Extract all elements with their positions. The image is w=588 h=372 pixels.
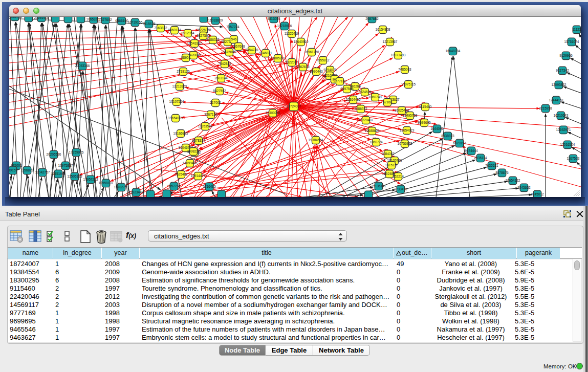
svg-text:12444151: 12444151 — [549, 98, 564, 102]
svg-text:15136141: 15136141 — [372, 184, 386, 188]
svg-text:7625402: 7625402 — [175, 172, 188, 176]
svg-text:10973493: 10973493 — [391, 53, 406, 57]
svg-text:317006: 317006 — [210, 101, 221, 104]
svg-text:8912954: 8912954 — [181, 31, 194, 35]
svg-text:18495758: 18495758 — [403, 114, 418, 117]
svg-text:1615112: 1615112 — [385, 163, 398, 167]
svg-text:546: 546 — [231, 37, 237, 41]
svg-text:2935114: 2935114 — [474, 156, 487, 160]
svg-text:8990443: 8990443 — [310, 70, 323, 73]
svg-text:15885270: 15885270 — [271, 56, 286, 60]
svg-text:16154808: 16154808 — [376, 28, 390, 31]
svg-text:16782759: 16782759 — [114, 185, 129, 189]
svg-text:17975115: 17975115 — [401, 82, 416, 86]
svg-text:12093832: 12093832 — [552, 83, 567, 86]
svg-text:15226058: 15226058 — [197, 28, 211, 32]
svg-text:7342848: 7342848 — [218, 62, 231, 65]
svg-text:17957223: 17957223 — [83, 178, 98, 181]
svg-text:3624534: 3624534 — [358, 90, 372, 94]
svg-text:9794078: 9794078 — [323, 68, 337, 72]
svg-text:1860724: 1860724 — [369, 140, 383, 144]
svg-text:7357224: 7357224 — [226, 25, 239, 29]
svg-text:9115460: 9115460 — [419, 105, 432, 108]
svg-text:19384554: 19384554 — [309, 138, 323, 142]
svg-text:1167533: 1167533 — [567, 157, 580, 160]
svg-text:12213967: 12213967 — [383, 40, 398, 43]
svg-text:3215958: 3215958 — [539, 106, 552, 110]
svg-text:1527602: 1527602 — [99, 18, 112, 21]
svg-text:9857791: 9857791 — [167, 184, 181, 188]
svg-text:8938923: 8938923 — [441, 134, 454, 138]
svg-text:20053346: 20053346 — [75, 64, 90, 68]
svg-text:39159: 39159 — [9, 168, 17, 172]
svg-text:19218506: 19218506 — [277, 24, 292, 28]
svg-text:252214: 252214 — [393, 174, 404, 178]
svg-text:8186323: 8186323 — [206, 38, 220, 41]
svg-text:98901: 98901 — [181, 56, 190, 59]
svg-text:15751074: 15751074 — [564, 40, 579, 43]
svg-text:5322037: 5322037 — [285, 60, 298, 64]
svg-text:10719155: 10719155 — [128, 20, 143, 24]
svg-text:8878334: 8878334 — [192, 139, 205, 142]
svg-text:17359926: 17359926 — [69, 150, 84, 154]
svg-text:12505135: 12505135 — [68, 174, 82, 178]
svg-text:10107554: 10107554 — [169, 100, 184, 103]
svg-text:9129966: 9129966 — [559, 54, 573, 57]
svg-text:10025488: 10025488 — [395, 108, 409, 112]
svg-text:9699695: 9699695 — [418, 121, 431, 124]
svg-text:16543382: 16543382 — [187, 41, 202, 45]
svg-text:3675685: 3675685 — [223, 50, 236, 54]
svg-text:11325419: 11325419 — [285, 32, 299, 35]
svg-text:3267130: 3267130 — [204, 113, 217, 116]
svg-text:18640910: 18640910 — [294, 40, 309, 43]
svg-text:8660124: 8660124 — [168, 28, 181, 32]
svg-text:10975867: 10975867 — [58, 164, 73, 167]
svg-text:10958107: 10958107 — [99, 181, 114, 185]
svg-text:1733426: 1733426 — [394, 187, 407, 191]
svg-text:18724007: 18724007 — [287, 104, 301, 108]
svg-text:12042757: 12042757 — [35, 170, 50, 174]
svg-text:10654122: 10654122 — [506, 179, 520, 182]
svg-text:16648784: 16648784 — [446, 49, 461, 53]
svg-text:17016504: 17016504 — [560, 143, 575, 146]
svg-text:7163822: 7163822 — [154, 26, 167, 30]
svg-text:1644095: 1644095 — [430, 127, 444, 130]
svg-text:13692971: 13692971 — [556, 128, 571, 132]
svg-text:16914479: 16914479 — [191, 174, 206, 178]
svg-text:7955812: 7955812 — [316, 58, 330, 62]
svg-text:14099488: 14099488 — [183, 161, 198, 165]
svg-text:7632621: 7632621 — [485, 164, 498, 167]
svg-text:20691406: 20691406 — [34, 17, 49, 19]
svg-text:9227342: 9227342 — [556, 69, 569, 72]
svg-text:9245012: 9245012 — [531, 192, 544, 196]
svg-text:20206536: 20206536 — [47, 152, 61, 156]
svg-text:9474444: 9474444 — [465, 149, 478, 152]
svg-text:16210643: 16210643 — [554, 114, 569, 117]
svg-text:20364436: 20364436 — [346, 98, 361, 101]
svg-text:1362615: 1362615 — [296, 65, 310, 69]
svg-text:18300295: 18300295 — [266, 111, 280, 115]
svg-text:2087682: 2087682 — [365, 17, 379, 20]
svg-text:9827500: 9827500 — [197, 34, 210, 37]
svg-text:8427552: 8427552 — [213, 89, 226, 93]
svg-text:7986372: 7986372 — [354, 107, 367, 111]
svg-text:62160: 62160 — [383, 100, 392, 104]
svg-text:9245652: 9245652 — [517, 186, 531, 189]
svg-text:19654983: 19654983 — [168, 116, 183, 120]
svg-text:1156829: 1156829 — [21, 168, 34, 172]
svg-text:15720407: 15720407 — [359, 118, 374, 122]
svg-text:5716485: 5716485 — [203, 185, 216, 188]
svg-text:9146821: 9146821 — [259, 51, 272, 55]
svg-text:7485063: 7485063 — [398, 68, 411, 71]
svg-text:10756928: 10756928 — [398, 142, 412, 145]
svg-text:1060748: 1060748 — [368, 95, 382, 99]
svg-text:8478676: 8478676 — [495, 171, 509, 174]
svg-text:9084067: 9084067 — [381, 152, 395, 156]
svg-text:6497568: 6497568 — [340, 87, 354, 91]
svg-text:2718126: 2718126 — [177, 70, 190, 73]
svg-text:16033809: 16033809 — [208, 18, 223, 22]
svg-text:12213369: 12213369 — [172, 84, 187, 88]
svg-text:6466160: 6466160 — [115, 19, 128, 23]
svg-text:10688609: 10688609 — [365, 129, 380, 133]
svg-text:16961758: 16961758 — [304, 50, 319, 54]
